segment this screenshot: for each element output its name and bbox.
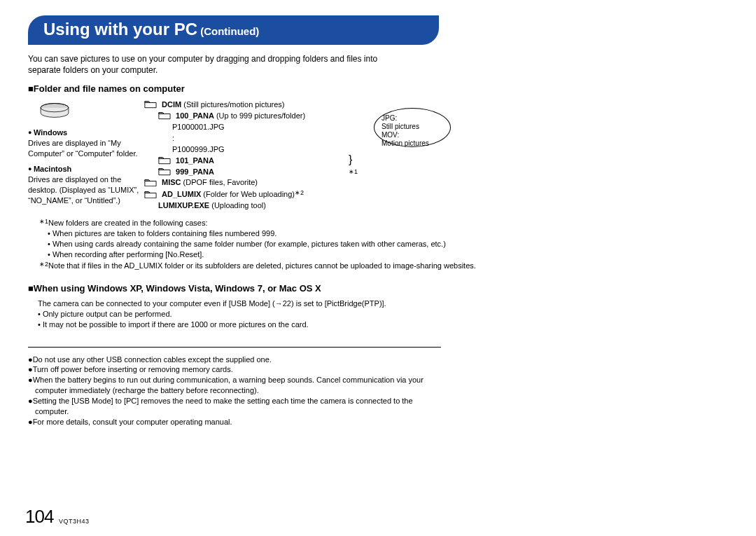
file-type-balloon: JPG: Still pictures MOV: Motion pictures bbox=[374, 108, 451, 147]
folder-icon bbox=[144, 178, 157, 187]
separator-line bbox=[28, 347, 441, 348]
folder-icon bbox=[158, 111, 171, 120]
folder-tree-wrap: DCIM (Still pictures/motion pictures) 10… bbox=[144, 99, 312, 212]
content-area: You can save pictures to use on your com… bbox=[28, 53, 728, 427]
doc-code: VQT3H43 bbox=[59, 518, 90, 525]
folder-icon bbox=[144, 99, 157, 109]
section1-heading: ■Folder and file names on computer bbox=[28, 83, 728, 95]
intro-text: You can save pictures to use on your com… bbox=[28, 53, 392, 76]
bottom-notes: ●Do not use any other USB connection cab… bbox=[28, 355, 441, 427]
page-number: 104 bbox=[25, 506, 53, 528]
windows-text: Drives are displayed in “My Computer” or… bbox=[28, 139, 138, 158]
mac-text: Drives are displayed on the desktop. (Di… bbox=[28, 175, 139, 205]
folder-icon bbox=[158, 156, 171, 165]
title-bar: Using with your PC (Continued) bbox=[28, 15, 756, 45]
mac-label: Macintosh bbox=[28, 165, 71, 173]
section2: ■When using Windows XP, Windows Vista, W… bbox=[28, 282, 728, 330]
brace-sup: } ∗1 bbox=[349, 152, 358, 178]
page-title: Using with your PC (Continued) bbox=[43, 20, 259, 39]
folder-icon bbox=[144, 190, 157, 199]
os-column: Windows Drives are displayed in “My Comp… bbox=[28, 99, 144, 212]
folder-icon bbox=[158, 167, 171, 176]
hdd-icon bbox=[38, 102, 71, 121]
folder-tree: DCIM (Still pictures/motion pictures) 10… bbox=[144, 99, 312, 212]
footnotes: ∗1New folders are created in the followi… bbox=[39, 217, 728, 270]
section2-heading: ■When using Windows XP, Windows Vista, W… bbox=[28, 282, 728, 295]
folder-layout-row: Windows Drives are displayed in “My Comp… bbox=[28, 99, 728, 212]
section2-body: The camera can be connected to your comp… bbox=[38, 298, 728, 330]
windows-label: Windows bbox=[28, 128, 67, 137]
